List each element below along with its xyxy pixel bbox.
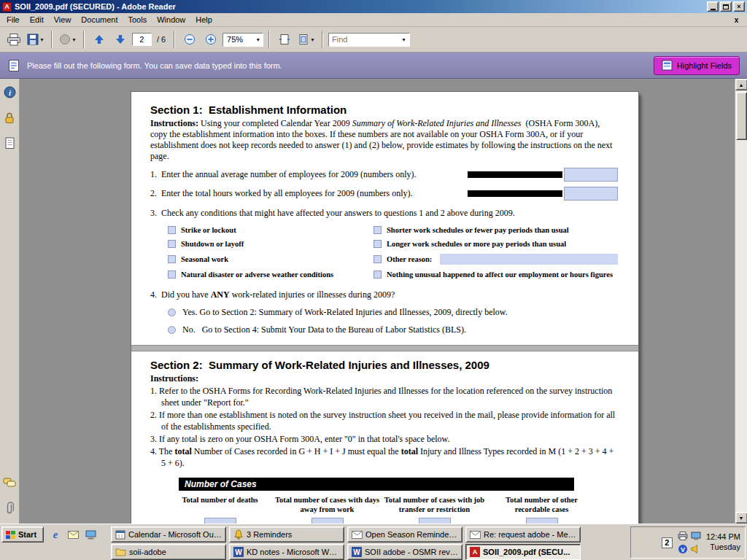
section2-instruction-1: 1. Refer to the OSHA Forms for Recording… [150,386,618,408]
quicklaunch-show-desktop-button[interactable] [83,528,98,541]
print-button[interactable] [4,30,23,49]
checkbox-strike-or-lockout[interactable] [168,226,176,234]
menu-tools[interactable]: Tools [123,14,152,26]
windows-logo-icon [6,531,15,539]
scroll-up-button[interactable]: ▲ [735,79,747,90]
number-of-cases-header: Number of Cases [179,478,574,491]
page-break-divider [131,345,638,351]
start-button[interactable]: Start [1,526,44,542]
quicklaunch-ie-button[interactable]: e [48,528,63,541]
menu-view[interactable]: View [49,14,77,26]
radio-yes[interactable] [168,308,176,316]
find-dropdown-arrow-icon[interactable]: ▼ [401,37,406,42]
average-employees-input[interactable] [564,168,618,182]
instructions-text-a: Using your completed Calendar Year 2009 [198,118,352,128]
total-hours-input[interactable] [564,187,618,201]
other-recordable-input[interactable] [526,518,558,524]
previous-page-button[interactable] [90,30,109,49]
adobe-reader-icon: A [2,2,12,12]
zoom-level-select[interactable]: 75% ▼ [222,33,263,47]
zoom-in-button[interactable] [201,30,220,49]
fit-width-button[interactable] [275,30,294,49]
input-cell [166,514,274,524]
security-lock-icon[interactable] [4,112,15,124]
fit-dropdown-arrow-icon[interactable]: ▼ [310,37,315,42]
save-a-copy-button[interactable]: ▼ [26,30,46,49]
highlight-fields-label: Highlight Fields [677,61,732,70]
tray-antivirus-icon[interactable]: V [677,543,689,555]
taskbar-button-open-season-mail[interactable]: Open Season Reminders... [347,526,462,542]
fit-width-icon [279,34,290,45]
question-4-bold: ANY [211,289,230,300]
document-close-button[interactable]: x [731,15,742,25]
document-canvas: Section 1: Establishment Information Ins… [20,79,735,524]
vertical-scrollbar[interactable]: ▲ ▼ [735,79,747,524]
highlight-fields-button[interactable]: Highlight Fields [654,56,740,75]
scroll-down-button[interactable]: ▼ [735,512,747,524]
column-header-days-away: Total number of cases with days away fro… [274,491,381,514]
radio-no[interactable] [168,326,176,334]
page-count-label: / 6 [154,35,169,44]
fit-page-button[interactable]: ▼ [296,30,317,49]
comments-panel-icon[interactable] [3,478,16,489]
next-page-button[interactable] [111,30,130,49]
radio-row-yes: Yes. Go to Section 2: Summary of Work-Re… [168,307,618,318]
page-number-input[interactable] [132,33,152,46]
taskbar-button-kd-notes-word[interactable]: WKD notes - Microsoft Word [229,544,344,560]
find-input[interactable] [329,34,401,45]
collaborate-button[interactable]: ▼ [58,30,78,49]
taskbar-button-soii-adobe-osmr[interactable]: WSOII adobe - OSMR revi... [347,544,462,560]
taskbar-button-reminders[interactable]: 3 Reminders [229,526,344,542]
taskbar-button-label: SOII_2009.pdf (SECU... [483,548,576,556]
job-transfer-input[interactable] [419,518,451,524]
tray-badge[interactable]: 2 [662,537,673,548]
checkbox-natural-disaster[interactable] [168,271,176,279]
checkbox-row: Shorter work schedules or fewer pay peri… [374,226,618,234]
checkbox-other-reason[interactable] [374,255,382,263]
main-toolbar: ▼ ▼ / 6 75% ▼ ▼ [0,27,747,52]
taskbar-button-outlook-calendar[interactable]: Calendar - Microsoft Outl... [111,526,226,542]
tray-display-icon[interactable] [690,530,702,542]
menu-document[interactable]: Document [76,14,123,26]
days-away-input[interactable] [311,518,344,524]
collaborate-dropdown-arrow-icon[interactable]: ▼ [71,37,77,42]
taskbar-clock[interactable]: 12:44 PM Tuesday [706,532,740,553]
section2-heading: Section 2: Summary of Work-Related Injur… [150,359,618,371]
minimize-button[interactable] [707,1,719,12]
taskbar-button-re-request-adobe[interactable]: Re: request adobe - Mes... [465,526,581,542]
taskbar-button-soii-adobe-folder[interactable]: soii-adobe [111,544,226,560]
section1-heading: Section 1: Establishment Information [150,104,618,116]
how-to-info-icon[interactable]: i [4,86,16,98]
tray-volume-icon[interactable] [690,543,702,555]
save-dropdown-arrow-icon[interactable]: ▼ [39,37,44,42]
checkbox-nothing-unusual[interactable] [374,271,382,279]
menu-edit[interactable]: Edit [25,14,49,26]
attachments-paperclip-icon[interactable] [5,502,14,515]
checkbox-shorter-schedules[interactable] [374,226,382,234]
taskbar: Start e Calendar - Microsoft Outl... 3 R… [0,524,747,560]
menu-window[interactable]: Window [152,14,190,26]
other-reason-input[interactable] [440,254,618,265]
menu-file[interactable]: File [1,14,25,26]
question-3-label: 3. Check any conditions that might have … [150,208,618,219]
menu-help[interactable]: Help [190,14,217,26]
total-deaths-input[interactable] [204,518,236,524]
quicklaunch-outlook-button[interactable] [66,528,80,541]
checkbox-longer-schedules[interactable] [374,240,382,248]
taskbar-button-label: soii-adobe [129,548,222,556]
maximize-button[interactable] [720,1,732,12]
title-bar[interactable]: A SOII_2009.pdf (SECURED) - Adobe Reader… [0,0,747,13]
checkbox-seasonal-work[interactable] [168,255,176,263]
pages-panel-icon[interactable] [4,137,15,149]
app-window: A SOII_2009.pdf (SECURED) - Adobe Reader… [0,0,747,560]
checkbox-shutdown-or-layoff[interactable] [168,240,176,248]
caption-buttons: × [707,1,745,12]
zoom-out-button[interactable] [180,30,199,49]
pdf-page: Section 1: Establishment Information Ins… [131,92,638,524]
taskbar-button-soii-2009-pdf[interactable]: ASOII_2009.pdf (SECU... [465,544,581,560]
start-label: Start [18,530,36,539]
close-button[interactable]: × [733,1,745,12]
tray-printer-icon[interactable] [677,530,689,542]
checkbox-label: Seasonal work [181,255,228,263]
scroll-thumb[interactable] [736,92,747,140]
